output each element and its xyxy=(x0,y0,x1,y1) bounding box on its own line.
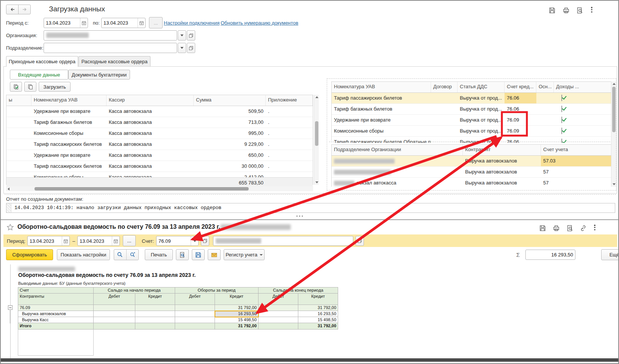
panel-splitter[interactable] xyxy=(1,219,619,220)
load-button[interactable]: Загрузить xyxy=(39,82,71,92)
department-combo[interactable] xyxy=(44,43,177,53)
send-mail-button[interactable] xyxy=(208,249,221,260)
account-cell[interactable]: 57.03 xyxy=(541,156,611,166)
turnover-credit-cell-selected[interactable]: 16 293,50 xyxy=(215,311,259,317)
save-icon[interactable] xyxy=(538,224,547,232)
end-credit-cell[interactable]: 15 498,50 xyxy=(298,317,338,323)
col-header[interactable]: Дебет xyxy=(259,294,298,305)
forward-button[interactable] xyxy=(18,5,31,14)
report-period-to-input[interactable] xyxy=(78,236,112,245)
col-header[interactable]: Кредит xyxy=(298,294,338,305)
department-open-button[interactable] xyxy=(187,43,195,53)
checkbox-checked-icon[interactable] xyxy=(561,139,562,143)
table-row[interactable]: Выручка автовокзалов 57 xyxy=(332,167,611,178)
col-header[interactable]: Осн... xyxy=(536,82,554,92)
print-button[interactable]: Печать xyxy=(145,249,173,260)
col-header[interactable]: Кредит xyxy=(135,294,175,305)
account-input[interactable] xyxy=(157,236,191,245)
turnover-credit-cell[interactable]: 31 792,00 xyxy=(215,305,259,311)
vertical-scrollbar[interactable] xyxy=(314,95,319,185)
tab-incoming-cash-orders[interactable]: Приходные кассовые ордера xyxy=(6,56,78,67)
report-period-from-input[interactable] xyxy=(28,236,62,245)
credit-account-cell[interactable]: 76.09 xyxy=(505,126,536,136)
organization-combo[interactable] xyxy=(44,30,177,41)
cell[interactable] xyxy=(259,305,298,311)
horizontal-scrollbar[interactable] xyxy=(6,186,313,191)
period-choose-button[interactable]: ... xyxy=(149,17,163,28)
scroll-down-icon[interactable] xyxy=(613,183,616,185)
subtab-incoming-data[interactable]: Входящие данные xyxy=(10,70,68,80)
end-credit-cell[interactable]: 16 293,50 xyxy=(298,311,338,317)
table-row[interactable]: Тариф багажных билетовВыручка от прод...… xyxy=(332,104,611,115)
scroll-up-icon[interactable] xyxy=(613,83,616,85)
generate-button[interactable]: Сформировать xyxy=(6,249,53,260)
cell[interactable] xyxy=(175,311,215,317)
splitter-grip-icon[interactable] xyxy=(296,216,303,217)
more-button[interactable]: Ещё xyxy=(601,249,619,260)
more-menu-icon[interactable] xyxy=(589,6,594,14)
connection-settings-link[interactable]: Настройки подключения xyxy=(164,20,219,26)
tab-outgoing-cash-orders[interactable]: Расходные кассовые ордера xyxy=(78,56,150,67)
cell[interactable] xyxy=(135,305,175,311)
checkbox-checked-icon[interactable] xyxy=(561,106,562,112)
calendar-icon[interactable] xyxy=(112,236,119,245)
renumber-documents-link[interactable]: Обновить нумерацию документов xyxy=(221,20,298,26)
cell[interactable] xyxy=(259,317,298,323)
back-button[interactable] xyxy=(6,5,19,14)
col-header[interactable]: Обороты за период xyxy=(175,287,259,294)
col-header[interactable]: Договор xyxy=(431,82,458,92)
table-row[interactable]: Удержание при возвратеКасса автовокзала5… xyxy=(6,106,313,117)
checkbox-checked-icon[interactable] xyxy=(561,95,562,101)
col-header[interactable]: Подразделение Организации xyxy=(332,145,463,155)
calendar-icon[interactable] xyxy=(80,18,88,28)
col-header[interactable]: Контрагенты xyxy=(18,294,94,305)
col-header[interactable]: Статья ДДС xyxy=(458,82,505,92)
credit-account-cell[interactable]: 76.09 xyxy=(505,115,536,125)
scrollbar-thumb[interactable] xyxy=(315,121,318,146)
table-row[interactable]: Комиссионные сборыВыручка от прод...76.0… xyxy=(332,126,611,137)
col-header[interactable]: Счет xyxy=(18,287,94,294)
col-header[interactable]: Сумма xyxy=(194,95,266,106)
table-row[interactable]: Тариф пассажирских билетовВыручка от про… xyxy=(332,93,611,104)
period-choose-button[interactable]: ... xyxy=(123,235,136,246)
preview-icon[interactable] xyxy=(566,224,574,232)
search-next-icon[interactable] xyxy=(126,250,139,260)
scroll-down-icon[interactable] xyxy=(315,181,318,183)
save-result-button[interactable] xyxy=(192,249,205,260)
col-header[interactable]: Контрагент xyxy=(463,145,541,155)
account-cell[interactable]: 57 xyxy=(541,178,611,188)
scrollbar-thumb[interactable] xyxy=(34,187,249,191)
col-header[interactable]: Доходы ... xyxy=(554,82,611,92)
col-header[interactable]: Кредит xyxy=(215,294,259,305)
end-credit-cell[interactable]: 31 792,00 xyxy=(298,305,338,311)
col-header[interactable]: Номеклатура УАВ xyxy=(332,82,431,92)
report-row[interactable]: Выручка Касс 15 498,50 15 498,50 xyxy=(18,317,338,323)
period-from-input[interactable] xyxy=(44,18,80,28)
turnover-credit-cell[interactable]: 15 498,50 xyxy=(215,317,259,323)
col-header[interactable]: Номенклатура УАВ xyxy=(31,95,107,106)
report-organization-open-button[interactable] xyxy=(356,236,364,246)
table-row-partial[interactable]: Комиссионные сборыКасса автовокзала2 412… xyxy=(6,172,313,177)
subtab-accounting-documents[interactable]: Документы бухгалтерии xyxy=(68,70,130,80)
table-row[interactable]: Комиссионные сборыКасса автовокзала995,0… xyxy=(6,128,313,139)
col-header[interactable]: Дебет xyxy=(94,294,135,305)
table-row[interactable]: Выручка автовокзалов 57.03 xyxy=(332,156,611,167)
cell[interactable] xyxy=(259,311,298,317)
organization-dropdown-button[interactable] xyxy=(178,30,186,41)
counterparty-cell[interactable]: Выручка Касс xyxy=(18,317,94,323)
register-dropdown-button[interactable]: Регистр учета xyxy=(224,249,265,260)
table-row[interactable]: Тариф пассажирских билетовКасса автовокз… xyxy=(6,139,313,150)
account-cell[interactable]: 76.09 xyxy=(18,305,94,311)
show-settings-button[interactable]: Показать настройки xyxy=(57,249,110,260)
col-header[interactable]: Счет кред... xyxy=(505,82,536,92)
col-header[interactable]: Дебет xyxy=(175,294,215,305)
counterparty-cell[interactable]: Выручка автовокзалов xyxy=(18,311,94,317)
scroll-left-icon[interactable] xyxy=(8,187,9,191)
cell[interactable] xyxy=(175,305,215,311)
account-open-button[interactable] xyxy=(201,236,209,246)
table-row[interactable]: Тариф багажных билетовКасса автовокзала7… xyxy=(6,117,313,128)
report-row[interactable]: Выручка автовокзалов 16 293,50 16 293,50 xyxy=(18,311,338,317)
vertical-scrollbar[interactable] xyxy=(611,81,616,187)
credit-account-cell[interactable]: 76.06 xyxy=(505,104,536,114)
table-row[interactable]: Удержание при возвратеВыручка от прод...… xyxy=(332,115,611,126)
